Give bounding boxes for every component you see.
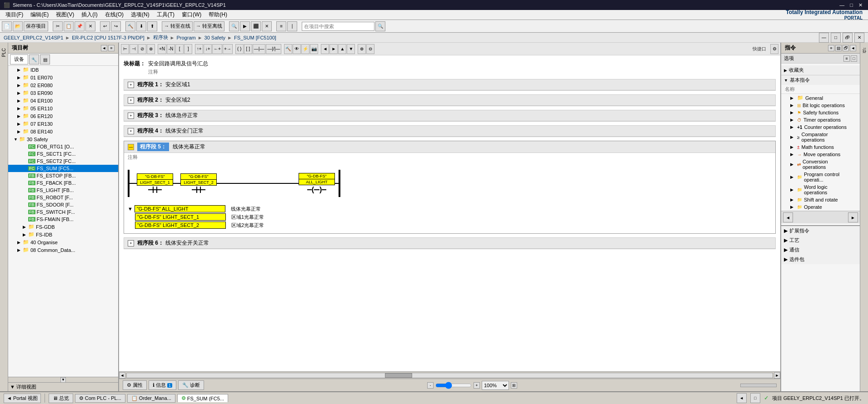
zoom-fit[interactable]: ⊞ [511, 382, 517, 389]
search-button[interactable]: 🔍 [375, 21, 385, 31]
tree-item-fs-fback[interactable]: FB FS_FBACK [FB... [8, 179, 118, 187]
bc-30safety[interactable]: 30 Safety [205, 35, 225, 40]
branch-close[interactable]: ] [184, 44, 192, 54]
tree-item-03er090[interactable]: ▶ 📁 03 ER090 [8, 89, 118, 97]
tree-item-fs-light[interactable]: FB FS_LIGHT [FB... [8, 187, 118, 194]
taskbar-fs-sum[interactable]: ⚙ FS_SUM (FC5... [177, 394, 228, 402]
tree-item-05er110[interactable]: ▶ 📁 05 ER110 [8, 104, 118, 112]
tree-item-40organise[interactable]: ▶ 📁 40 Organise [8, 238, 118, 246]
zoom-decrease[interactable]: - [427, 382, 434, 389]
comm-header[interactable]: ▶ 通信 [781, 245, 860, 255]
network-add[interactable]: +N [158, 44, 166, 54]
bc-program[interactable]: Program [177, 35, 196, 40]
go-down-btn[interactable]: ▼ [347, 44, 355, 54]
save-project-button[interactable]: 保存项目 [24, 21, 48, 31]
tree-item-fs-gdb[interactable]: ▶ 📁 FS-GDB [8, 223, 118, 231]
tree-item-fob-rtg1[interactable]: FC FOB_RTG1 [O... [8, 143, 118, 150]
insert-left[interactable]: ←+ [212, 44, 222, 54]
instr-timer[interactable]: ▶ ⏱ Timer operations [781, 116, 860, 123]
tree-item-fs-robot[interactable]: FB FS_ROBOT [F... [8, 194, 118, 201]
segment-6-header[interactable]: + 程序段 6： 线体安全开关正常 [124, 238, 775, 249]
instr-float[interactable]: 🗗 [843, 45, 849, 51]
zoom-increase[interactable]: + [474, 382, 480, 389]
ladder-tool-1[interactable]: ⊢ [121, 44, 129, 54]
box-button[interactable]: [ ] [244, 44, 252, 54]
device-tab[interactable]: 设备 [10, 54, 28, 64]
menu-window[interactable]: 窗口(W) [178, 10, 205, 20]
overview-button[interactable]: ≡ [276, 21, 286, 31]
basic-header[interactable]: ▼ 基本指令 [781, 75, 860, 85]
new-button[interactable]: 📄 [2, 21, 12, 31]
segment-4-header[interactable]: + 程序段 4： 线体安全门正常 [124, 126, 775, 137]
menu-project[interactable]: 项目(F) [2, 10, 27, 20]
instr-math[interactable]: ▶ ± Math functions [781, 143, 860, 151]
go-left-btn[interactable]: ◄ [321, 44, 329, 54]
instr-word-logic[interactable]: ▶ 📁 Word logic operations [781, 183, 860, 196]
tree-item-fs-sum[interactable]: FC FS_SUM [FC5... [8, 165, 118, 172]
extended-header[interactable]: ▶ 扩展指令 [781, 226, 860, 236]
accessible-devices-button[interactable]: 🔍 [229, 21, 239, 31]
maximize-right[interactable]: □ [750, 393, 760, 403]
panel-minimize-button[interactable]: — [819, 33, 829, 43]
minimize-button[interactable]: — [838, 2, 846, 8]
tree-item-fs-sdoor[interactable]: FB FS_SDOOR [F... [8, 201, 118, 208]
cut-button[interactable]: ✂ [53, 21, 63, 31]
menu-insert[interactable]: 插入(I) [78, 10, 101, 20]
menu-edit[interactable]: 编辑(E) [27, 10, 52, 20]
scroll-down-btn[interactable]: ► [848, 212, 858, 222]
portal-view-btn[interactable]: ◄ Portal 视图 [4, 394, 41, 403]
menu-view[interactable]: 视图(V) [52, 10, 78, 20]
tree-view-button[interactable]: ▤ [40, 54, 50, 64]
mres-button[interactable]: ✕ [262, 21, 272, 31]
opt-btn1[interactable]: ≡ [843, 55, 850, 62]
taskbar-overview[interactable]: 🖥 总览 [49, 394, 73, 403]
properties-tab[interactable]: ⚙ 属性 [123, 380, 147, 390]
segment-3-header[interactable]: + 程序段 3： 线体急停正常 [124, 110, 775, 121]
panel-close-button[interactable]: ✕ [854, 33, 864, 43]
copy-button[interactable]: 📋 [64, 21, 74, 31]
delete-button[interactable]: ✕ [85, 21, 95, 31]
redo-button[interactable]: ↪ [111, 21, 121, 31]
network-del[interactable]: -N [167, 44, 175, 54]
tree-collapse-button[interactable]: ◄ [101, 45, 107, 51]
favorites-header[interactable]: ▶ 收藏夹 [781, 65, 860, 75]
segment-2-header[interactable]: + 程序段 2： 安全区域2 [124, 95, 775, 106]
maximize-button[interactable]: □ [848, 2, 855, 8]
panel-float-button[interactable]: 🗗 [843, 33, 853, 43]
ladder-tool-2[interactable]: ⊣ [130, 44, 138, 54]
menu-options[interactable]: 选项(N) [127, 10, 153, 20]
seg6-expand[interactable]: + [128, 240, 134, 246]
tree-item-fs-idb[interactable]: ▶ 📁 FS-IDB [8, 231, 118, 238]
seg2-expand[interactable]: + [128, 97, 134, 103]
menu-help[interactable]: 帮助(H) [205, 10, 231, 20]
tree-item-fs-switch[interactable]: FB FS_SWITCH [F... [8, 208, 118, 216]
insert-above[interactable]: ↑+ [195, 44, 203, 54]
tree-item-01er070[interactable]: ▶ 📁 01 ER070 [8, 74, 118, 81]
instr-view-detail[interactable]: ▤ [835, 45, 842, 51]
var-expand-arrow[interactable]: ▼ [128, 206, 133, 212]
right-side-tab-2[interactable]: 任 [860, 54, 868, 59]
seg5-expand[interactable]: — [128, 144, 134, 150]
hscroll-right[interactable]: ► [774, 372, 780, 379]
instr-move[interactable]: ▶ → Move operations [781, 151, 860, 158]
ladder-tool-3[interactable]: ⊘ [138, 44, 146, 54]
instr-safety[interactable]: ▶ ⚑ Safety functions [781, 109, 860, 116]
opt-btn2[interactable]: □ [851, 55, 857, 62]
go-right-btn[interactable]: ► [329, 44, 338, 54]
menu-online[interactable]: 在线(O) [101, 10, 127, 20]
branch-open[interactable]: [ [175, 44, 184, 54]
instr-close[interactable]: ◄ [850, 45, 856, 51]
bc-plc[interactable]: ER-PLC2 [CPU 1517F-3 PN/DP] [72, 35, 145, 40]
menu-tools[interactable]: 工具(T) [153, 10, 178, 20]
tree-scroll-down[interactable]: ▼ [60, 377, 66, 383]
tree-item-02er080[interactable]: ▶ 📁 02 ER080 [8, 81, 118, 89]
go-up-btn[interactable]: ▲ [338, 44, 346, 54]
minimize-right[interactable]: ◄ [737, 393, 747, 403]
instr-program-ctrl[interactable]: ▶ 📁 Program control operati... [781, 171, 860, 183]
tree-item-08er140[interactable]: ▶ 📁 08 ER140 [8, 128, 118, 135]
compile-btn[interactable]: 🔨 [284, 44, 292, 54]
tree-item-fs-sect2[interactable]: FC FS_SECT2 [FC... [8, 158, 118, 165]
diag-tab[interactable]: 🔧 诊断 [178, 380, 204, 390]
new-device-button[interactable]: 🔧 [29, 54, 39, 64]
info-tab[interactable]: ℹ 信息 1 [149, 380, 176, 390]
